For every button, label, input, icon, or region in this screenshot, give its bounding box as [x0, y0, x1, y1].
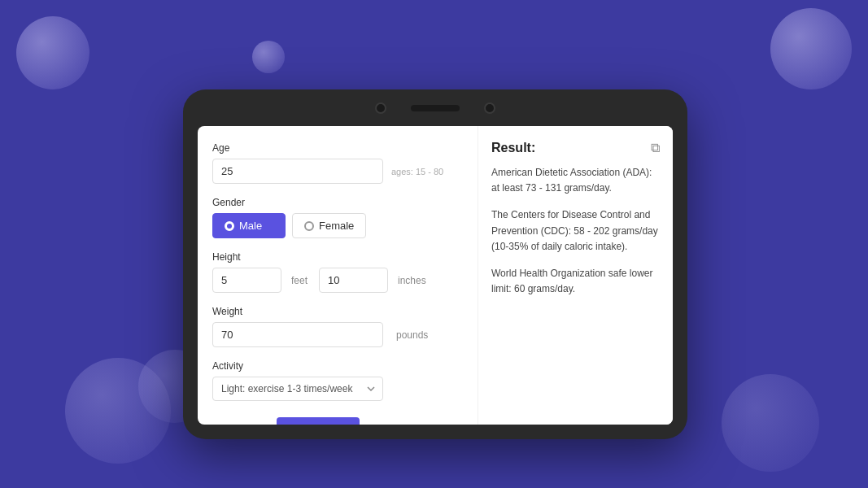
result-paragraph-2: The Centers for Disease Control and Prev…: [491, 207, 660, 255]
gender-male-button[interactable]: Male: [212, 213, 286, 238]
gender-female-button[interactable]: Female: [292, 213, 366, 238]
height-group: Height feet inches: [212, 251, 463, 293]
tablet-sensor: [484, 102, 495, 114]
tablet-top-bar: [183, 89, 687, 126]
weight-row: pounds: [212, 322, 463, 347]
feet-suffix: feet: [291, 275, 308, 286]
decorative-bubble-2: [252, 41, 285, 73]
age-group: Age ages: 15 - 80: [212, 142, 463, 184]
weight-input[interactable]: [212, 322, 383, 347]
height-feet-input[interactable]: [212, 268, 281, 293]
activity-group: Activity Sedentary: little or no exercis…: [212, 360, 463, 401]
height-row: feet inches: [212, 268, 463, 293]
tablet-screen: Age ages: 15 - 80 Gender Male: [198, 126, 673, 425]
result-panel: Result: ⧉ American Dietetic Association …: [478, 126, 673, 425]
radio-dot-male: [227, 224, 232, 229]
weight-group: Weight pounds: [212, 306, 463, 347]
gender-row: Male Female: [212, 213, 463, 238]
result-paragraph-3: World Health Organization safe lower lim…: [491, 266, 660, 297]
result-header: Result: ⧉: [491, 141, 660, 155]
age-hint: ages: 15 - 80: [391, 167, 443, 176]
tablet-camera: [375, 102, 386, 114]
settings-button[interactable]: Settings: [212, 419, 267, 425]
tablet-speaker: [411, 105, 460, 111]
gender-label: Gender: [212, 197, 463, 208]
tablet-device: Age ages: 15 - 80 Gender Male: [183, 89, 687, 439]
inches-suffix: inches: [398, 275, 426, 286]
gender-female-label: Female: [319, 220, 354, 232]
age-row: ages: 15 - 80: [212, 159, 463, 184]
activity-select[interactable]: Sedentary: little or no exercise Light: …: [212, 377, 383, 401]
radio-circle-female: [304, 221, 314, 231]
activity-label: Activity: [212, 360, 463, 372]
radio-circle-male: [225, 221, 234, 231]
decorative-bubble-6: [722, 374, 819, 472]
result-paragraph-1: American Dietetic Association (ADA): at …: [491, 165, 660, 196]
gender-group: Gender Male Female: [212, 197, 463, 238]
calculate-button[interactable]: Calculate: [277, 417, 360, 425]
height-inches-input[interactable]: [319, 268, 388, 293]
weight-suffix: pounds: [396, 329, 428, 341]
weight-label: Weight: [212, 306, 463, 317]
result-text: American Dietetic Association (ADA): at …: [491, 165, 660, 297]
gender-male-label: Male: [239, 220, 262, 232]
age-label: Age: [212, 142, 463, 154]
button-row: Settings Calculate: [212, 417, 463, 425]
copy-icon[interactable]: ⧉: [651, 141, 660, 155]
decorative-bubble-1: [16, 16, 89, 89]
decorative-bubble-3: [770, 8, 852, 89]
form-panel: Age ages: 15 - 80 Gender Male: [198, 126, 478, 425]
result-title: Result:: [491, 141, 535, 155]
height-label: Height: [212, 251, 463, 263]
age-input[interactable]: [212, 159, 383, 184]
